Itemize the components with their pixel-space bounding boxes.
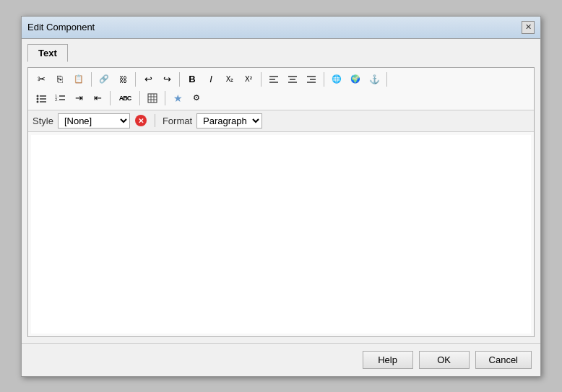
toolbar: 📋 🔗 ⛓ ↩ ↪ B I X₂ X²	[28, 68, 534, 110]
align-right-icon	[306, 74, 316, 84]
copy-button[interactable]	[51, 71, 69, 88]
clear-style-icon: ✕	[135, 115, 147, 126]
bold-icon: B	[189, 74, 195, 84]
italic-icon: I	[209, 74, 212, 84]
style-label: Style	[33, 116, 53, 126]
toolbar-row-2: 1.2. ⇥ ⇤ ABC	[33, 90, 529, 107]
format-separator	[155, 114, 155, 127]
redo-button[interactable]: ↪	[158, 71, 176, 88]
redo-icon: ↪	[163, 74, 171, 84]
unlink-button[interactable]: ⛓	[114, 71, 131, 88]
tab-text[interactable]: Text	[27, 44, 68, 62]
dialog-title: Edit Component	[27, 22, 95, 32]
insert-table-icon	[147, 93, 157, 103]
bold-button[interactable]: B	[183, 71, 201, 88]
toolbar-row-1: 📋 🔗 ⛓ ↩ ↪ B I X₂ X²	[33, 71, 529, 88]
format-bar: Style [None] ✕ Format Paragraph	[28, 110, 534, 132]
separator-1	[91, 72, 92, 87]
title-bar: Edit Component ✕	[22, 17, 540, 39]
cut-button[interactable]	[33, 71, 50, 88]
ul-button[interactable]	[33, 90, 50, 107]
content-area: 📋 🔗 ⛓ ↩ ↪ B I X₂ X²	[22, 61, 540, 343]
globe2-icon: 🌍	[350, 74, 360, 84]
indent-more-icon: ⇥	[75, 92, 83, 103]
cancel-button[interactable]: Cancel	[475, 351, 532, 369]
dialog-footer: Help OK Cancel	[22, 343, 540, 376]
format-label: Format	[163, 116, 192, 126]
align-right-button[interactable]	[303, 71, 320, 88]
separator-5	[324, 72, 324, 87]
cut-icon	[38, 74, 46, 84]
anchor-button[interactable]: ⚓	[366, 71, 383, 88]
copy-icon	[57, 74, 63, 84]
globe2-button[interactable]: 🌍	[347, 71, 364, 88]
align-left-icon	[269, 74, 279, 84]
clear-style-button[interactable]: ✕	[134, 114, 147, 127]
close-button[interactable]: ✕	[522, 21, 535, 34]
align-center-button[interactable]	[284, 71, 301, 88]
align-center-icon	[288, 74, 298, 84]
superscript-icon: X²	[245, 75, 252, 83]
separator-8	[139, 91, 140, 105]
special-chars-button[interactable]: ⚙	[188, 90, 205, 107]
ul-icon	[36, 93, 47, 103]
spell-check-button[interactable]: ABC	[114, 90, 136, 107]
spell-check-icon: ABC	[119, 95, 131, 102]
link-button[interactable]: 🔗	[95, 71, 113, 88]
help-button[interactable]: Help	[363, 351, 413, 369]
separator-7	[110, 91, 111, 105]
svg-point-11	[36, 97, 38, 100]
svg-text:2.: 2.	[55, 97, 59, 102]
text-editor[interactable]	[31, 135, 531, 334]
paste-button[interactable]: 📋	[70, 71, 87, 88]
globe1-icon: 🌐	[332, 74, 342, 84]
star-icon: ★	[173, 92, 183, 104]
separator-6	[386, 72, 387, 87]
ol-icon: 1.2.	[55, 93, 66, 103]
edit-component-dialog: Edit Component ✕ Text 📋 🔗 ⛓ ↩ ↪	[21, 16, 541, 377]
globe1-button[interactable]: 🌐	[328, 71, 345, 88]
svg-rect-19	[148, 94, 157, 103]
svg-point-9	[36, 95, 38, 97]
separator-9	[165, 91, 165, 105]
italic-button[interactable]: I	[202, 71, 220, 88]
align-left-button[interactable]	[265, 71, 282, 88]
special-chars-icon: ⚙	[193, 93, 200, 103]
superscript-button[interactable]: X²	[240, 71, 257, 88]
undo-icon: ↩	[144, 74, 152, 84]
tabs-container: Text	[22, 39, 540, 61]
subscript-button[interactable]: X₂	[221, 71, 238, 88]
indent-less-icon: ⇤	[94, 92, 102, 103]
editor-container: 📋 🔗 ⛓ ↩ ↪ B I X₂ X²	[27, 67, 535, 337]
ok-button[interactable]: OK	[419, 351, 470, 369]
undo-button[interactable]: ↩	[139, 71, 157, 88]
separator-3	[179, 72, 180, 87]
format-select[interactable]: Paragraph	[196, 113, 262, 129]
svg-point-13	[36, 100, 38, 103]
insert-table-button[interactable]	[144, 90, 161, 107]
anchor-icon: ⚓	[369, 74, 380, 84]
ol-button[interactable]: 1.2.	[51, 90, 69, 107]
separator-2	[135, 72, 136, 87]
subscript-icon: X₂	[226, 75, 234, 83]
paste-icon: 📋	[74, 74, 84, 84]
style-select[interactable]: [None]	[58, 113, 130, 129]
indent-more-button[interactable]: ⇥	[70, 90, 87, 107]
link-icon: 🔗	[99, 74, 109, 84]
favorites-button[interactable]: ★	[169, 90, 186, 107]
indent-less-button[interactable]: ⇤	[89, 90, 106, 107]
unlink-icon: ⛓	[119, 75, 127, 84]
separator-4	[261, 72, 261, 87]
